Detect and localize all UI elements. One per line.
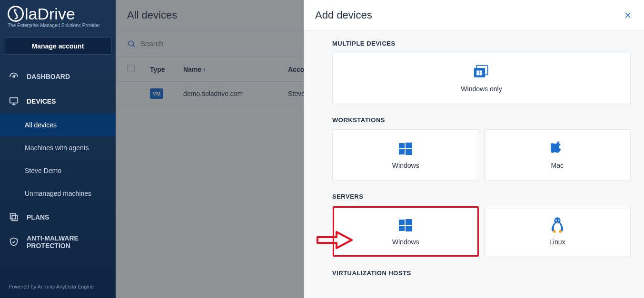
- apple-icon: [549, 141, 566, 157]
- card-workstation-mac[interactable]: Mac: [484, 129, 631, 181]
- svg-rect-14: [399, 220, 405, 225]
- svg-rect-6: [476, 70, 479, 73]
- windows-icon: [397, 217, 414, 233]
- nav-dashboard-label: DASHBOARD: [27, 73, 70, 80]
- powered-by-text: Powered by Acronis AnyData Engine: [0, 278, 116, 298]
- svg-rect-11: [406, 143, 412, 148]
- svg-rect-2: [12, 215, 17, 221]
- svg-point-22: [555, 220, 556, 221]
- nav-dashboard[interactable]: DASHBOARD: [0, 64, 116, 89]
- brand-tagline: The Enterprise Managed Solutions Provide…: [8, 23, 108, 28]
- card-workstation-windows-label: Windows: [392, 162, 419, 169]
- section-servers: SERVERS: [332, 193, 631, 200]
- svg-point-23: [558, 220, 559, 221]
- nav-sub-all-devices[interactable]: All devices: [0, 114, 116, 136]
- brand-name: ⟆ laDrive: [8, 6, 108, 22]
- nav-sub-unmanaged[interactable]: Unmanaged machines: [0, 182, 116, 205]
- nav: DASHBOARD DEVICES All devices Machines w…: [0, 64, 116, 254]
- nav-devices-label: DEVICES: [27, 97, 56, 105]
- plans-stack-icon: [9, 212, 19, 222]
- svg-rect-7: [479, 70, 482, 73]
- panel-header: Add devices: [304, 0, 644, 30]
- svg-rect-8: [476, 73, 479, 76]
- panel-title: Add devices: [315, 9, 372, 21]
- nav-plans[interactable]: PLANS: [0, 205, 116, 230]
- linux-penguin-icon: [549, 217, 566, 233]
- close-icon[interactable]: [623, 10, 633, 20]
- manage-account-button[interactable]: Manage account: [4, 38, 112, 55]
- card-workstation-mac-label: Mac: [551, 162, 564, 169]
- panel-body: MULTIPLE DEVICES Windows only WORKSTATIO…: [304, 30, 644, 298]
- dashboard-gauge-icon: [9, 71, 19, 82]
- svg-rect-16: [399, 226, 405, 231]
- svg-rect-15: [406, 219, 412, 225]
- svg-rect-9: [479, 73, 482, 76]
- nav-plans-label: PLANS: [27, 213, 49, 221]
- card-workstation-windows[interactable]: Windows: [332, 129, 479, 181]
- brand-text: laDrive: [25, 6, 75, 22]
- svg-rect-0: [10, 98, 18, 103]
- svg-rect-12: [399, 149, 405, 154]
- windows-stack-icon: [473, 64, 490, 80]
- nav-sub-with-agents[interactable]: Machines with agents: [0, 136, 116, 159]
- monitor-icon: [9, 96, 19, 106]
- nav-devices[interactable]: DEVICES: [0, 89, 116, 114]
- svg-rect-1: [10, 214, 16, 219]
- card-windows-only-label: Windows only: [461, 85, 502, 93]
- card-server-linux-label: Linux: [549, 238, 565, 246]
- svg-rect-17: [406, 226, 412, 231]
- svg-rect-13: [406, 149, 412, 155]
- svg-rect-10: [399, 143, 405, 148]
- sidebar: ⟆ laDrive The Enterprise Managed Solutio…: [0, 0, 116, 298]
- card-windows-only[interactable]: Windows only: [332, 53, 631, 104]
- brand-logo: ⟆ laDrive The Enterprise Managed Solutio…: [0, 0, 116, 31]
- section-workstations: WORKSTATIONS: [332, 116, 631, 124]
- section-multiple-devices: MULTIPLE DEVICES: [332, 40, 631, 47]
- card-server-linux[interactable]: Linux: [484, 206, 631, 257]
- card-server-windows-label: Windows: [392, 238, 419, 246]
- nav-antimalware-label: ANTI-MALWARE PROTECTION: [27, 234, 79, 250]
- section-virtualization-hosts: VIRTUALIZATION HOSTS: [332, 269, 631, 277]
- nav-sub-steve-demo[interactable]: Steve Demo: [0, 159, 116, 182]
- brand-s-icon: ⟆: [6, 4, 25, 23]
- add-devices-panel: Add devices MULTIPLE DEVICES Windows onl…: [304, 0, 644, 298]
- windows-icon: [397, 141, 414, 157]
- card-server-windows[interactable]: Windows: [332, 206, 479, 257]
- shield-icon: [9, 237, 19, 247]
- nav-antimalware[interactable]: ANTI-MALWARE PROTECTION: [0, 230, 116, 254]
